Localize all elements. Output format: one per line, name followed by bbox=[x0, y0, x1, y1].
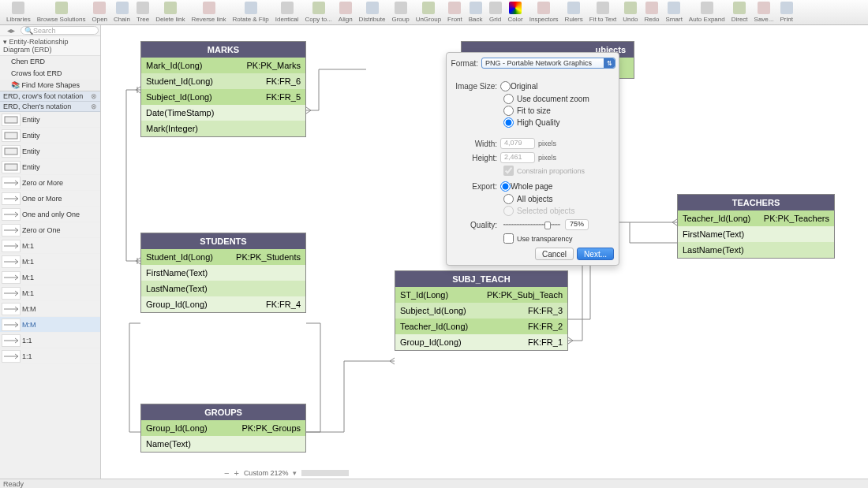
toolbar-auto-expand[interactable]: Auto Expand bbox=[686, 0, 728, 23]
shape-1-1[interactable]: 1:1 bbox=[0, 348, 100, 364]
table-row[interactable]: Student_Id(Long)PK:PK_Students bbox=[141, 249, 305, 265]
toolbar-save-[interactable]: Save... bbox=[751, 0, 777, 23]
shape-one-or-more[interactable]: One or More bbox=[0, 191, 100, 207]
toolbar-label: Copy to... bbox=[305, 16, 332, 23]
entity-students[interactable]: STUDENTS Student_Id(Long)PK:PK_StudentsF… bbox=[140, 233, 306, 313]
shape-m-m[interactable]: M:M bbox=[0, 317, 100, 333]
shape-m-m[interactable]: M:M bbox=[0, 301, 100, 317]
table-row[interactable]: Name(Text) bbox=[141, 436, 305, 452]
height-input[interactable]: 2,461 bbox=[500, 152, 535, 163]
shape-entity[interactable]: Entity bbox=[0, 143, 100, 159]
table-row[interactable]: Mark(Integer) bbox=[141, 121, 305, 136]
toolbar-browse-solutions[interactable]: Browse Solutions bbox=[34, 0, 89, 23]
table-row[interactable]: Teacher_Id(Long)PK:PK_Teachers bbox=[678, 210, 834, 226]
table-row[interactable]: LastName(Text) bbox=[678, 242, 834, 258]
transparency-checkbox[interactable] bbox=[503, 233, 514, 244]
close-icon[interactable]: ⊗ bbox=[91, 92, 97, 100]
toolbar-label: Print bbox=[780, 16, 792, 23]
toolbar-rulers[interactable]: Rulers bbox=[562, 0, 586, 23]
table-row[interactable]: Student_Id(Long)FK:FR_6 bbox=[141, 73, 305, 89]
cell-key bbox=[294, 439, 301, 449]
width-input[interactable]: 4,079 bbox=[500, 138, 535, 149]
table-row[interactable]: FirstName(Text) bbox=[141, 265, 305, 281]
radio-original[interactable] bbox=[500, 81, 511, 91]
radio-whole-page[interactable] bbox=[500, 181, 511, 192]
shape-m-1[interactable]: M:1 bbox=[0, 254, 100, 270]
slider-thumb[interactable] bbox=[544, 222, 551, 229]
tree-chen-erd[interactable]: Chen ERD bbox=[0, 56, 100, 68]
shape-thumb-icon bbox=[2, 303, 21, 315]
toolbar-distribute[interactable]: Distribute bbox=[356, 0, 389, 23]
toolbar-delete-link[interactable]: Delete link bbox=[152, 0, 188, 23]
cell-field: Date(TimeStamp) bbox=[146, 108, 294, 117]
shape-entity[interactable]: Entity bbox=[0, 112, 100, 128]
table-row[interactable]: Teacher_Id(Long)FK:FR_2 bbox=[395, 319, 567, 334]
find-more-shapes[interactable]: 📚 Find More Shapes bbox=[0, 80, 100, 91]
toolbar-reverse-link[interactable]: Reverse link bbox=[189, 0, 230, 23]
table-row[interactable]: Subject_Id(Long)FK:FR_3 bbox=[395, 303, 567, 319]
toolbar-smart[interactable]: Smart bbox=[663, 0, 686, 23]
shape-one-and-only-one[interactable]: One and only One bbox=[0, 207, 100, 222]
radio-high-quality[interactable] bbox=[503, 117, 514, 128]
close-icon[interactable]: ⊗ bbox=[91, 102, 97, 110]
toolbar-align[interactable]: Align bbox=[335, 0, 356, 23]
toolbar-inspectors[interactable]: Inspectors bbox=[526, 0, 562, 23]
radio-all-objects[interactable] bbox=[503, 194, 514, 204]
toolbar-identical[interactable]: Identical bbox=[272, 0, 302, 23]
tree-erd-group[interactable]: ▾ Entity-Relationship Diagram (ERD) bbox=[0, 36, 100, 56]
cancel-button[interactable]: Cancel bbox=[535, 248, 574, 260]
tree-crows-erd[interactable]: Crows foot ERD bbox=[0, 68, 100, 80]
shape-entity[interactable]: Entity bbox=[0, 159, 100, 175]
quality-value[interactable]: 75% bbox=[565, 219, 589, 230]
toolbar-chain[interactable]: Chain bbox=[110, 0, 133, 23]
table-row[interactable]: Date(TimeStamp) bbox=[141, 105, 305, 121]
next-button[interactable]: Next... bbox=[577, 248, 614, 260]
toolbar-grid[interactable]: Grid bbox=[486, 0, 505, 23]
table-row[interactable]: FirstName(Text) bbox=[678, 226, 834, 242]
toolbar-front[interactable]: Front bbox=[444, 0, 466, 23]
shape-zero-or-more[interactable]: Zero or More bbox=[0, 175, 100, 191]
radio-fit-size[interactable] bbox=[503, 106, 514, 116]
canvas-area[interactable]: MARKS Mark_Id(Long)PK:PK_MarksStudent_Id… bbox=[101, 25, 868, 479]
search-input[interactable]: 🔍 Search bbox=[21, 26, 99, 35]
table-row[interactable]: Group_Id(Long)FK:FR_4 bbox=[141, 296, 305, 312]
format-select[interactable]: PNG - Portable Network Graphics ⇅ bbox=[481, 58, 615, 69]
entity-groups[interactable]: GROUPS Group_Id(Long)PK:PK_GroupsName(Te… bbox=[140, 404, 306, 453]
table-row[interactable]: LastName(Text) bbox=[141, 281, 305, 296]
toolbar-label: Group bbox=[391, 16, 409, 23]
shape-zero-or-one[interactable]: Zero or One bbox=[0, 222, 100, 238]
entity-teachers[interactable]: TEACHERS Teacher_Id(Long)PK:PK_TeachersF… bbox=[677, 194, 835, 259]
toolbar-copy-to-[interactable]: Copy to... bbox=[302, 0, 335, 23]
table-row[interactable]: ST_Id(Long)PK:PK_Subj_Teach bbox=[395, 287, 567, 303]
shape-m-1[interactable]: M:1 bbox=[0, 270, 100, 285]
entity-marks[interactable]: MARKS Mark_Id(Long)PK:PK_MarksStudent_Id… bbox=[140, 41, 306, 137]
section-chen[interactable]: ERD, Chen's notation⊗ bbox=[0, 102, 100, 112]
shape-1-1[interactable]: 1:1 bbox=[0, 333, 100, 348]
toolbar-group[interactable]: Group bbox=[388, 0, 412, 23]
shape-m-1[interactable]: M:1 bbox=[0, 285, 100, 301]
table-row[interactable]: Mark_Id(Long)PK:PK_Marks bbox=[141, 58, 305, 73]
toolbar-back[interactable]: Back bbox=[466, 0, 486, 23]
toolbar-direct[interactable]: Direct bbox=[728, 0, 751, 23]
table-row[interactable]: Subject_Id(Long)FK:FR_5 bbox=[141, 89, 305, 105]
search-icon: ◂▸ bbox=[2, 26, 21, 35]
toolbar-rotate-flip[interactable]: Rotate & Flip bbox=[230, 0, 272, 23]
table-row[interactable]: Group_Id(Long)FK:FR_1 bbox=[395, 334, 567, 350]
toolbar-fit-to-text[interactable]: Fit to Text bbox=[586, 0, 620, 23]
toolbar-label: UnGroup bbox=[416, 16, 441, 23]
toolbar-ungroup[interactable]: UnGroup bbox=[413, 0, 444, 23]
section-crows-foot[interactable]: ERD, crow's foot notation⊗ bbox=[0, 91, 100, 102]
table-row[interactable]: Group_Id(Long)PK:PK_Groups bbox=[141, 420, 305, 436]
toolbar-print[interactable]: Print bbox=[776, 0, 795, 23]
entity-subj-teach[interactable]: SUBJ_TEACH ST_Id(Long)PK:PK_Subj_TeachSu… bbox=[395, 270, 568, 351]
toolbar-color[interactable]: Color bbox=[505, 0, 526, 23]
quality-slider[interactable] bbox=[503, 224, 560, 225]
shape-m-1[interactable]: M:1 bbox=[0, 238, 100, 254]
shape-entity[interactable]: Entity bbox=[0, 128, 100, 143]
toolbar-open[interactable]: Open bbox=[89, 0, 111, 23]
toolbar-libraries[interactable]: Libraries bbox=[3, 0, 34, 23]
radio-doc-zoom[interactable] bbox=[503, 94, 514, 104]
toolbar-undo[interactable]: Undo bbox=[619, 0, 641, 23]
toolbar-tree[interactable]: Tree bbox=[133, 0, 152, 23]
toolbar-redo[interactable]: Redo bbox=[641, 0, 662, 23]
